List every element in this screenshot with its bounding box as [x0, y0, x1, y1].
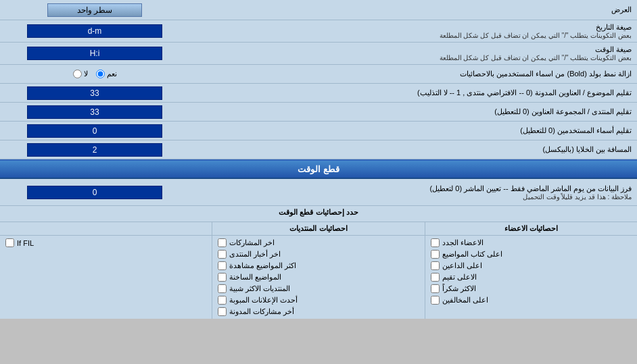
topic-titles-label: تقليم الموضوع / العناوين المدونة (0 -- ا… [189, 86, 637, 100]
checkbox-col-1: الاعضاء الجدد اعلى كتاب المواضيع اعلى ال… [425, 236, 637, 319]
checkbox-col3-0[interactable] [5, 238, 14, 247]
date-format-main-label: صيغة التاريخ [195, 23, 632, 32]
col1-header: احصائيات الاعضاء [425, 222, 637, 235]
radio-yes-label: نعم [107, 70, 117, 78]
time-format-row: صيغة الوقت بعض التكوينات يتطلب "/" التي … [0, 43, 637, 65]
dropdown-button[interactable]: سطر واحد [47, 3, 142, 17]
top-select-area: سطر واحد [0, 1, 189, 19]
date-format-input-area [0, 22, 189, 40]
checkbox-col-3: If FIL [0, 236, 212, 319]
bold-remove-radio-area: نعم لا [0, 68, 189, 80]
checkbox-item-col2-3: المواضيع الساخنة [215, 271, 421, 283]
checkbox-item-col2-0: اخر المشاركات [215, 237, 421, 249]
forum-titles-row: تقليم المنتدى / المجموعة العناوين (0 للت… [0, 103, 637, 122]
checkbox-col-2: اخر المشاركات اخر أخبار المنتدى اكثر الم… [212, 236, 424, 319]
checkbox-label-col1-4: الاكثر شكراً [442, 284, 476, 293]
checkbox-label-col2-5: أحدث الإعلانات المبوبة [229, 296, 298, 305]
checkbox-item-col1-3: الاعلى تقيم [428, 271, 634, 283]
cell-spacing-label: المسافة بين الخلايا (بالبيكسل) [189, 142, 637, 157]
checkbox-label-col1-5: اعلى المخالفين [442, 296, 488, 305]
topic-titles-row: تقليم الموضوع / العناوين المدونة (0 -- ا… [0, 84, 637, 103]
checkbox-item-col1-5: اعلى المخالفين [428, 294, 634, 306]
topic-titles-input[interactable] [27, 86, 162, 100]
checkbox-col1-4[interactable] [431, 284, 440, 293]
checkbox-col2-2[interactable] [218, 261, 227, 270]
checkbox-item-col3-0: If FIL [3, 237, 209, 249]
cell-spacing-input[interactable] [27, 143, 162, 157]
checkbox-rows-container: الاعضاء الجدد اعلى كتاب المواضيع اعلى ال… [0, 236, 637, 319]
cell-spacing-input-area [0, 141, 189, 159]
checkbox-label-col2-0: اخر المشاركات [229, 238, 275, 247]
checkbox-label-col1-2: اعلى الداعين [442, 261, 482, 270]
date-format-row: صيغة التاريخ بعض التكوينات يتطلب "/" الت… [0, 20, 637, 43]
checkbox-label-col3-0: If FIL [17, 239, 34, 247]
time-format-main-label: صيغة الوقت [195, 45, 632, 54]
cutoff-row: فرز البيانات من يوم الماشر الماضي فقط --… [0, 179, 637, 206]
checkbox-col1-1[interactable] [431, 250, 440, 259]
date-format-sublabel: بعض التكوينات يتطلب "/" التي يمكن ان تضا… [195, 32, 632, 39]
checkbox-label-col2-6: أخر مشاركات المدونة [229, 307, 294, 316]
checkbox-col1-3[interactable] [431, 273, 440, 282]
checkbox-label-col2-4: المنتديات الاكثر شبية [229, 284, 290, 293]
checkbox-label-col2-3: المواضيع الساخنة [229, 273, 281, 282]
forum-titles-label: تقليم المنتدى / المجموعة العناوين (0 للت… [189, 105, 637, 119]
checkbox-col1-5[interactable] [431, 296, 440, 305]
user-names-input-area [0, 122, 189, 140]
time-format-label: صيغة الوقت بعض التكوينات يتطلب "/" التي … [189, 43, 637, 64]
user-names-label: تقليم أسماء المستخدمين (0 للتعطيل) [189, 124, 637, 138]
cutoff-input-area [0, 184, 189, 201]
checkbox-col1-0[interactable] [431, 238, 440, 247]
top-row: العرض سطر واحد [0, 0, 637, 20]
bold-remove-row: ازالة نمط بولد (Bold) من اسماء المستخدمي… [0, 65, 637, 84]
checkbox-item-col1-0: الاعضاء الجدد [428, 237, 634, 249]
checkbox-item-col1-4: الاكثر شكراً [428, 283, 634, 294]
checkbox-col2-1[interactable] [218, 250, 227, 259]
checkbox-col2-4[interactable] [218, 284, 227, 293]
header-label: العرض [189, 3, 637, 17]
checkbox-col2-0[interactable] [218, 238, 227, 247]
checkbox-col2-6[interactable] [218, 307, 227, 316]
date-format-input[interactable] [27, 24, 162, 38]
col2-header: احصائيات المنتديات [212, 222, 424, 235]
checkbox-item-col2-2: اكثر المواضيع مشاهدة [215, 260, 421, 271]
checkbox-col2-3[interactable] [218, 273, 227, 282]
user-names-input[interactable] [27, 124, 162, 138]
radio-yes-input[interactable] [96, 70, 105, 78]
checkbox-label-col2-2: اكثر المواضيع مشاهدة [229, 261, 296, 270]
checkbox-item-col2-6: أخر مشاركات المدونة [215, 306, 421, 317]
cutoff-note: ملاحظة : هذا قد يزيد قليلاً وقت التحميل [195, 193, 632, 201]
checkbox-col2-5[interactable] [218, 296, 227, 305]
main-container: العرض سطر واحد صيغة التاريخ بعض التكوينا… [0, 0, 637, 319]
user-names-row: تقليم أسماء المستخدمين (0 للتعطيل) [0, 122, 637, 140]
radio-no-input[interactable] [73, 70, 82, 78]
checkbox-label-col1-0: الاعضاء الجدد [442, 238, 483, 247]
stats-label-row: حدد إحصائيات قطع الوقت [0, 206, 637, 222]
checkbox-label-col1-1: اعلى كتاب المواضيع [442, 250, 502, 259]
checkbox-col1-2[interactable] [431, 261, 440, 270]
checkbox-label-col2-1: اخر أخبار المنتدى [229, 250, 281, 259]
stats-main-label: حدد إحصائيات قطع الوقت [0, 206, 637, 222]
checkbox-item-col1-1: اعلى كتاب المواضيع [428, 249, 634, 260]
cutoff-section-header: قطع الوقت [0, 159, 637, 179]
forum-titles-input-area [0, 103, 189, 121]
radio-no-label: لا [84, 70, 88, 78]
cutoff-input[interactable] [27, 186, 162, 199]
time-format-input-area [0, 45, 189, 62]
topic-titles-input-area [0, 84, 189, 102]
forum-titles-input[interactable] [27, 105, 162, 119]
col3-header [0, 222, 212, 235]
checkbox-item-col2-5: أحدث الإعلانات المبوبة [215, 294, 421, 306]
checkbox-header: احصائيات الاعضاء احصائيات المنتديات [0, 222, 637, 236]
time-format-input[interactable] [27, 47, 162, 60]
time-format-sublabel: بعض التكوينات يتطلب "/" التي يمكن ان تضا… [195, 54, 632, 61]
radio-option-yes[interactable]: نعم [96, 70, 117, 78]
cutoff-label: فرز البيانات من يوم الماشر الماضي فقط --… [189, 182, 637, 203]
date-format-label: صيغة التاريخ بعض التكوينات يتطلب "/" الت… [189, 20, 637, 42]
checkbox-label-col1-3: الاعلى تقيم [442, 273, 477, 282]
bold-remove-label: ازالة نمط بولد (Bold) من اسماء المستخدمي… [189, 67, 637, 81]
radio-option-no[interactable]: لا [73, 70, 88, 78]
checkbox-item-col1-2: اعلى الداعين [428, 260, 634, 271]
cutoff-main-label: فرز البيانات من يوم الماشر الماضي فقط --… [195, 184, 632, 193]
checkbox-item-col2-4: المنتديات الاكثر شبية [215, 283, 421, 294]
cell-spacing-row: المسافة بين الخلايا (بالبيكسل) [0, 140, 637, 159]
